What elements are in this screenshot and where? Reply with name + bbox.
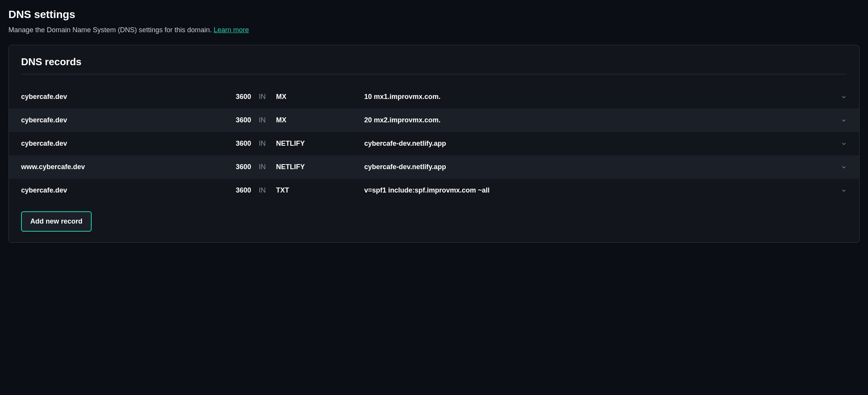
record-class: IN	[259, 140, 276, 148]
record-host: cybercafe.dev	[21, 93, 224, 101]
chevron-down-icon[interactable]	[835, 188, 847, 194]
chevron-down-icon[interactable]	[835, 94, 847, 100]
record-class: IN	[259, 163, 276, 171]
dns-record-row[interactable]: www.cybercafe.dev3600INNETLIFYcybercafe-…	[9, 155, 859, 179]
record-type: NETLIFY	[276, 140, 364, 148]
card-title: DNS records	[21, 56, 847, 68]
record-host: cybercafe.dev	[21, 140, 224, 148]
card-header: DNS records	[21, 56, 847, 74]
record-host: cybercafe.dev	[21, 186, 224, 194]
dns-records-card: DNS records cybercafe.dev3600INMX10 mx1.…	[8, 45, 860, 243]
record-class: IN	[259, 186, 276, 194]
chevron-down-icon[interactable]	[835, 117, 847, 123]
chevron-down-icon[interactable]	[835, 141, 847, 147]
record-value: 20 mx2.improvmx.com.	[364, 116, 835, 124]
record-class: IN	[259, 116, 276, 124]
page-subtitle: Manage the Domain Name System (DNS) sett…	[8, 26, 860, 34]
record-type: MX	[276, 116, 364, 124]
card-footer: Add new record	[21, 211, 847, 232]
chevron-down-icon[interactable]	[835, 164, 847, 170]
record-host: cybercafe.dev	[21, 116, 224, 124]
dns-record-row[interactable]: cybercafe.dev3600INMX20 mx2.improvmx.com…	[9, 109, 859, 132]
subtitle-text: Manage the Domain Name System (DNS) sett…	[8, 26, 214, 34]
record-ttl: 3600	[224, 186, 259, 194]
record-class: IN	[259, 93, 276, 101]
add-new-record-button[interactable]: Add new record	[21, 211, 92, 232]
learn-more-link[interactable]: Learn more	[214, 26, 249, 34]
record-value: 10 mx1.improvmx.com.	[364, 93, 835, 101]
record-value: v=spf1 include:spf.improvmx.com ~all	[364, 186, 835, 194]
records-list: cybercafe.dev3600INMX10 mx1.improvmx.com…	[9, 85, 859, 202]
record-ttl: 3600	[224, 116, 259, 124]
dns-record-row[interactable]: cybercafe.dev3600INMX10 mx1.improvmx.com…	[9, 85, 859, 109]
record-type: TXT	[276, 186, 364, 194]
dns-record-row[interactable]: cybercafe.dev3600INTXTv=spf1 include:spf…	[9, 179, 859, 202]
record-ttl: 3600	[224, 163, 259, 171]
record-value: cybercafe-dev.netlify.app	[364, 163, 835, 171]
record-ttl: 3600	[224, 93, 259, 101]
record-value: cybercafe-dev.netlify.app	[364, 140, 835, 148]
record-host: www.cybercafe.dev	[21, 163, 224, 171]
record-ttl: 3600	[224, 140, 259, 148]
record-type: MX	[276, 93, 364, 101]
page-title: DNS settings	[8, 8, 860, 21]
record-type: NETLIFY	[276, 163, 364, 171]
dns-record-row[interactable]: cybercafe.dev3600INNETLIFYcybercafe-dev.…	[9, 132, 859, 155]
